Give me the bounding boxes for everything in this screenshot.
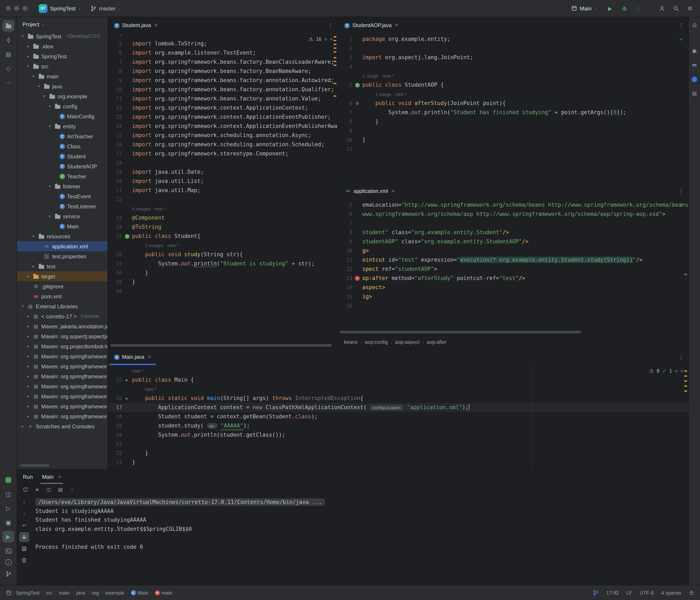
code-line[interactable]: 13import org.springframework.context.App… (108, 113, 338, 122)
bean-gutter-icon[interactable] (122, 232, 132, 241)
tree-chevron-icon[interactable]: ▸ (26, 44, 30, 48)
build-window-icon[interactable]: ▣ (690, 46, 699, 55)
settings-gear-icon[interactable]: ⚙ (686, 4, 694, 13)
tree-chevron-icon[interactable]: ▸ (26, 334, 30, 338)
code-line[interactable]: 14import org.springframework.context.App… (108, 122, 338, 131)
tab-options-icon[interactable]: ⋮ (678, 354, 684, 360)
student-inspections[interactable]: ⚠ 16 ∧ ∨ (309, 36, 333, 42)
code-line[interactable]: 1 usage new * (338, 90, 688, 99)
tree-item[interactable]: ▾listener (17, 181, 107, 191)
code-line[interactable]: 4import jakarta.annotation.Resource; (108, 34, 338, 39)
notifications-icon[interactable] (690, 20, 699, 30)
tree-chevron-icon[interactable]: ▾ (42, 94, 47, 98)
tree-item[interactable]: ▾service (17, 211, 107, 221)
code-line[interactable]: 11ointcut id="test" expression="executio… (338, 256, 688, 265)
more-icon[interactable]: ⋯ (2, 77, 14, 88)
code-line[interactable]: 8 } (338, 117, 688, 126)
code-line[interactable]: 9import org.springframework.beans.factor… (108, 76, 338, 85)
tree-item[interactable]: ▸▤Maven: org.springframework:spring-aspe… (17, 361, 107, 371)
tab-options-icon[interactable]: ⋮ (678, 22, 684, 28)
prev-issue-icon[interactable]: ∧ (675, 369, 678, 373)
code-line[interactable]: 24@ToString (108, 222, 338, 232)
breadcrumb-item[interactable]: beans (344, 339, 357, 345)
tree-chevron-icon[interactable]: ▾ (31, 74, 36, 78)
code-line[interactable]: 4 (338, 62, 688, 71)
code-line[interactable]: 18 (108, 158, 338, 168)
terminal-icon[interactable] (2, 545, 14, 557)
tools-icon[interactable]: ▤ (55, 485, 66, 495)
tree-item[interactable]: ITeacher (17, 171, 107, 181)
rerun-icon[interactable] (20, 485, 30, 495)
code-line[interactable]: 2 usages new * (108, 241, 338, 250)
tree-item[interactable]: ▸▤Maven: org.springframework:spring-aop (17, 351, 107, 361)
tree-chevron-icon[interactable]: ▾ (31, 234, 36, 238)
project-widget[interactable]: ST SpringTest ⌄ (36, 3, 84, 14)
code-line[interactable]: new * (108, 385, 688, 394)
code-with-me-icon[interactable] (657, 4, 666, 13)
tree-item[interactable]: ▾resources (17, 231, 107, 241)
code-line[interactable]: 10g> (338, 246, 688, 256)
breadcrumb-item[interactable]: aop:after (427, 339, 447, 345)
tree-chevron-icon[interactable]: ▾ (20, 304, 25, 308)
code-line[interactable]: 15▶public class Main { (108, 376, 688, 385)
tree-item[interactable]: ▸▤Maven: org.springframework:spring-expr… (17, 401, 107, 411)
tree-chevron-icon[interactable]: ▸ (26, 314, 30, 318)
code-line[interactable]: 15ig> (338, 292, 688, 301)
close-tab-icon[interactable]: ✕ (148, 355, 151, 359)
commit-icon[interactable] (2, 34, 14, 46)
code-line[interactable]: 17 ApplicationContext context = new Clas… (108, 403, 688, 412)
code-line[interactable]: 2 (338, 44, 688, 53)
tree-chevron-icon[interactable]: ▸ (26, 394, 30, 398)
snapshot-icon[interactable]: ◫ (44, 485, 54, 495)
zoom-window-button[interactable] (23, 6, 27, 11)
branch-widget[interactable]: master ⌄ (88, 4, 124, 13)
next-issue-icon[interactable]: ∨ (330, 37, 333, 41)
scroll-up-icon[interactable]: ↑ (19, 497, 29, 507)
main-inspections[interactable]: ⚠ 8 ✓ 1 ∧ ∨ (649, 368, 683, 374)
next-issue-icon[interactable]: ∨ (681, 369, 683, 373)
code-line[interactable]: 5emaLocation="http://www.springframework… (338, 200, 688, 210)
tree-item[interactable]: ▾src (17, 61, 107, 71)
problems-icon[interactable]: i (5, 559, 11, 566)
bean-gutter-icon[interactable] (352, 80, 362, 90)
tree-item[interactable]: test.properties (17, 251, 107, 261)
close-tab-icon[interactable]: ✕ (391, 189, 395, 193)
console-output[interactable]: /Users/eve/Library/Java/JavaVirtualMachi… (31, 496, 688, 585)
aop-gutter-icon[interactable]: ▸ (352, 274, 362, 283)
tree-item[interactable]: ▾org.example (17, 91, 107, 101)
code-line[interactable]: 19import java.util.Date; (108, 168, 338, 177)
tree-item[interactable]: ▸▤Maven: org.springframework:spring-cont… (17, 381, 107, 391)
line-separator[interactable]: LF (626, 590, 632, 596)
code-line[interactable]: 10import org.springframework.beans.facto… (108, 85, 338, 94)
code-line[interactable]: 14aspect> (338, 283, 688, 292)
search-everywhere-icon[interactable] (672, 4, 680, 13)
minimize-window-button[interactable] (14, 6, 19, 11)
close-window-button[interactable] (6, 6, 11, 11)
tree-chevron-icon[interactable]: ▸ (26, 344, 30, 348)
code-line[interactable]: 8import org.springframework.beans.factor… (108, 67, 338, 76)
tree-item[interactable]: CClass (17, 141, 107, 151)
tree-item[interactable]: ▸▤Maven: org.springframework:spring-jcl (17, 411, 107, 421)
code-line[interactable]: 9studentAOP" class="org.example.entity.S… (338, 237, 688, 246)
status-breadcrumb-item[interactable]: CMain (130, 590, 148, 596)
tree-chevron-icon[interactable]: ▸ (26, 384, 30, 388)
at-gutter-icon[interactable]: @ (352, 99, 362, 108)
project-folder-icon[interactable] (2, 20, 14, 32)
stop-icon[interactable]: ■ (32, 485, 42, 495)
tree-item[interactable]: ▸▥< corretto-17 >/Users/e (17, 311, 107, 321)
scroll-to-end-icon[interactable]: ⇊ (19, 532, 29, 542)
code-line[interactable]: 30 (108, 287, 338, 296)
status-breadcrumb-item[interactable]: src (46, 590, 52, 596)
xml-code[interactable]: 5emaLocation="http://www.springframework… (338, 199, 688, 336)
status-breadcrumb-item[interactable]: SpringTest (16, 590, 39, 596)
code-line[interactable]: 21 (108, 439, 688, 449)
code-line[interactable]: 6@ public void afterStudy(JoinPoint poin… (338, 99, 688, 108)
code-line[interactable]: 1 usage new * (338, 71, 688, 80)
student-code[interactable]: 4import jakarta.annotation.Resource;5imp… (108, 34, 338, 348)
main-code[interactable]: new *15▶public class Main {new *16▶ publ… (108, 365, 688, 469)
run-button[interactable]: ▶ (606, 4, 614, 13)
project-hscrollbar[interactable] (20, 464, 50, 467)
tab-options-icon[interactable]: ⋮ (678, 188, 684, 194)
indent-setting[interactable]: 4 spaces (661, 590, 681, 596)
ai-assistant-icon[interactable] (690, 75, 699, 84)
